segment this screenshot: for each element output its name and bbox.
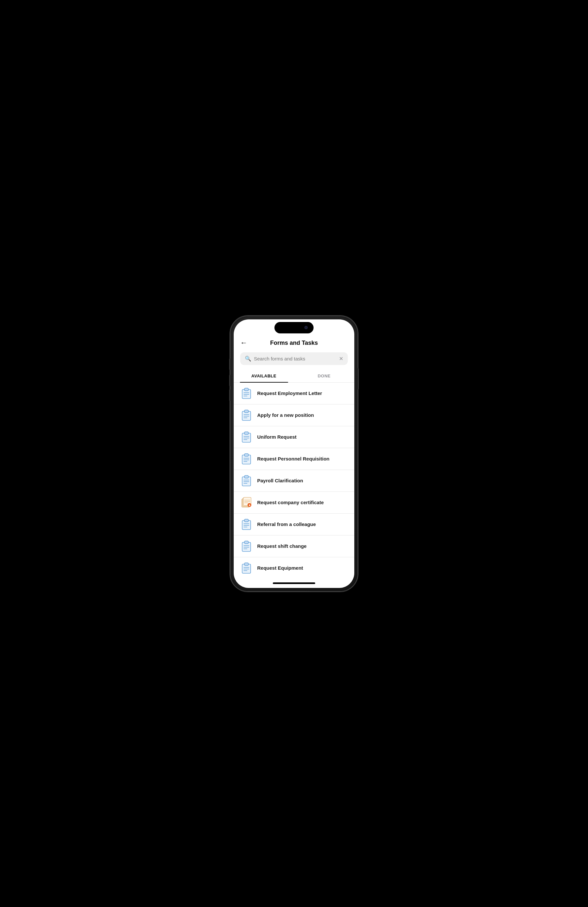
clipboard-icon — [240, 518, 253, 530]
svg-rect-34 — [244, 519, 248, 522]
list-item[interactable]: Request Personnel Requisition — [234, 448, 354, 470]
search-input[interactable] — [254, 356, 336, 361]
list-item-label: Request Personnel Requisition — [257, 456, 330, 462]
clipboard-icon — [240, 562, 253, 574]
phone-screen: ← Forms and Tasks 🔍 ✕ AVAILABLE DONE — [234, 319, 354, 588]
list-item[interactable]: Request Employment Letter — [234, 383, 354, 404]
clipboard-icon — [240, 453, 253, 465]
svg-rect-1 — [244, 388, 248, 391]
tab-done[interactable]: DONE — [294, 370, 354, 382]
svg-rect-39 — [244, 541, 248, 543]
clipboard-icon — [240, 474, 253, 487]
tabs: AVAILABLE DONE — [234, 370, 354, 383]
back-button[interactable]: ← — [240, 339, 247, 346]
tab-available[interactable]: AVAILABLE — [234, 370, 294, 382]
svg-rect-16 — [244, 454, 248, 456]
list-item[interactable]: Request shift change — [234, 535, 354, 557]
list-item-label: Payroll Clarification — [257, 478, 303, 484]
search-icon: 🔍 — [245, 356, 251, 362]
forms-list: Request Employment Letter Apply for a ne… — [234, 383, 354, 579]
clipboard-icon — [240, 387, 253, 399]
svg-rect-6 — [244, 410, 248, 413]
list-item[interactable]: Request Equipment — [234, 557, 354, 579]
list-item[interactable]: Referral from a colleague — [234, 514, 354, 535]
list-item-label: Request shift change — [257, 543, 307, 550]
list-item-label: Request Employment Letter — [257, 390, 322, 397]
svg-rect-11 — [244, 432, 248, 434]
phone-frame: ← Forms and Tasks 🔍 ✕ AVAILABLE DONE — [231, 316, 357, 591]
header: ← Forms and Tasks — [234, 337, 354, 350]
svg-rect-44 — [244, 563, 248, 566]
clear-icon[interactable]: ✕ — [339, 356, 343, 362]
list-item[interactable]: Apply for a new position — [234, 404, 354, 426]
list-item[interactable]: Uniform Request — [234, 426, 354, 448]
search-bar: 🔍 ✕ — [240, 352, 348, 365]
home-bar — [273, 582, 315, 584]
list-item-label: Uniform Request — [257, 434, 296, 440]
list-item-label: Referral from a colleague — [257, 521, 316, 528]
home-indicator — [234, 579, 354, 588]
list-item-label: Request Equipment — [257, 565, 303, 571]
page-title: Forms and Tasks — [240, 340, 348, 346]
search-container: 🔍 ✕ — [234, 350, 354, 370]
svg-text:★: ★ — [248, 503, 251, 506]
svg-rect-21 — [244, 476, 248, 478]
clipboard-icon — [240, 540, 253, 553]
clipboard-icon — [240, 431, 253, 443]
list-item[interactable]: Payroll Clarification — [234, 470, 354, 492]
certificate-icon: ★ — [240, 496, 253, 509]
list-item[interactable]: ★ Request company certificate — [234, 492, 354, 514]
dynamic-island — [274, 322, 314, 333]
list-item-label: Request company certificate — [257, 499, 324, 506]
clipboard-icon — [240, 409, 253, 421]
list-item-label: Apply for a new position — [257, 412, 314, 418]
